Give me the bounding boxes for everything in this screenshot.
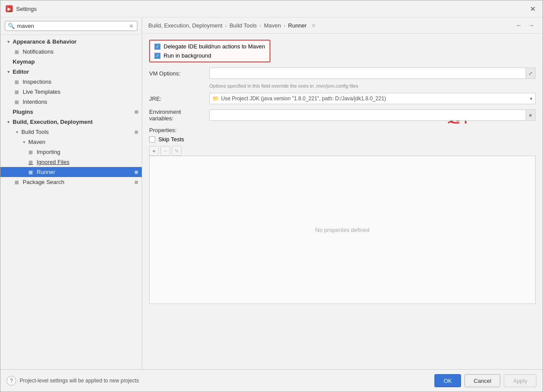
run-background-label: Run in background xyxy=(164,52,211,59)
gear-icon: ◼ xyxy=(14,48,19,55)
breadcrumb-sep-3: › xyxy=(283,22,285,29)
sidebar-item-editor[interactable]: ▾ Editor xyxy=(0,67,142,77)
breadcrumb-sep-2: › xyxy=(260,22,261,29)
close-button[interactable]: ✕ xyxy=(528,4,537,14)
gear-icon: ◼ xyxy=(14,179,19,185)
delegate-checkbox[interactable]: ✓ xyxy=(154,44,161,50)
sidebar-item-label: Notifications xyxy=(23,48,54,55)
apply-button[interactable]: Apply xyxy=(504,374,536,387)
sidebar-item-label: Build, Execution, Deployment xyxy=(13,119,92,125)
env-vars-label: Environment variables: xyxy=(149,109,206,122)
search-clear-button[interactable]: ✕ xyxy=(128,23,134,29)
properties-toolbar: + − ✎ xyxy=(149,146,536,156)
sidebar-item-label: Runner xyxy=(37,169,55,175)
edit-property-button[interactable]: ✎ xyxy=(172,146,181,156)
sidebar-item-label: Inspections xyxy=(23,78,51,85)
cancel-button[interactable]: Cancel xyxy=(464,374,500,387)
sidebar-item-plugins[interactable]: Plugins ◼ xyxy=(0,107,142,117)
run-background-checkbox[interactable]: ✓ xyxy=(154,53,161,59)
expand-icon: ▾ xyxy=(6,69,11,75)
expand-icon: ▾ xyxy=(14,130,20,135)
delegate-highlight-box: ✓ Delegate IDE build/run actions to Mave… xyxy=(149,40,270,62)
sidebar-item-appearance[interactable]: ▾ Appearance & Behavior xyxy=(0,37,142,47)
properties-table: No properties defined xyxy=(149,156,536,304)
sidebar-item-label: Live Templates xyxy=(23,89,60,95)
sidebar-item-label: Keymap xyxy=(13,58,35,65)
sidebar-item-keymap[interactable]: Keymap xyxy=(0,57,142,67)
sidebar-item-ignored-files[interactable]: ◼ Ignored Files xyxy=(0,157,142,167)
gear-badge-2: ◼ xyxy=(134,129,138,135)
settings-dialog: ▶ Settings ✕ 🔍 ✕ ▾ Appearance & Behavior xyxy=(0,0,543,392)
sidebar-item-label: Importing xyxy=(37,149,60,155)
add-property-button[interactable]: + xyxy=(149,146,159,156)
sidebar-item-inspections[interactable]: ◼ Inspections xyxy=(0,77,142,87)
skip-tests-checkbox[interactable] xyxy=(149,136,155,143)
jre-row: JRE: 📁 Use Project JDK (java version "1.… xyxy=(149,93,536,104)
sidebar: 🔍 ✕ ▾ Appearance & Behavior ◼ Notificati… xyxy=(0,17,142,369)
footer-left: ? Project-level settings will be applied… xyxy=(7,376,139,385)
gear-icon: ◼ xyxy=(28,169,33,175)
gear-icon: ◼ xyxy=(28,149,33,155)
expand-icon: ▾ xyxy=(6,39,11,44)
breadcrumb-part-4: Runner xyxy=(288,22,307,29)
env-vars-button[interactable]: ≡ xyxy=(526,110,535,120)
expand-icon xyxy=(6,109,11,115)
footer-buttons: OK Cancel Apply xyxy=(434,374,536,387)
delegate-label: Delegate IDE build/run actions to Maven xyxy=(164,43,265,50)
sidebar-item-runner[interactable]: ◼ Runner ◼ xyxy=(0,167,142,177)
sidebar-item-intentions[interactable]: ◼ Intentions xyxy=(0,97,142,107)
vm-options-row: VM Options: ⤢ xyxy=(149,68,536,79)
sidebar-item-label: Appearance & Behavior xyxy=(13,38,77,45)
sidebar-item-maven[interactable]: ▾ Maven xyxy=(0,137,142,147)
run-background-row: ✓ Run in background xyxy=(154,52,265,59)
sidebar-item-label: Plugins xyxy=(13,109,33,115)
search-input-wrap: 🔍 ✕ xyxy=(5,21,137,31)
sidebar-item-label: Maven xyxy=(28,139,45,145)
sidebar-item-label: Editor xyxy=(13,68,29,75)
properties-section: Properties: Skip Tests + − ✎ No propert xyxy=(149,127,536,304)
sidebar-item-notifications[interactable]: ◼ Notifications xyxy=(0,47,142,57)
sidebar-item-live-templates[interactable]: ◼ Live Templates xyxy=(0,87,142,97)
help-button[interactable]: ? xyxy=(7,376,16,385)
nav-arrows: ← → xyxy=(514,21,536,30)
jre-select[interactable]: 📁 Use Project JDK (java version "1.8.0_2… xyxy=(209,93,536,104)
active-badge: ◼ xyxy=(134,169,138,175)
sidebar-tree: ▾ Appearance & Behavior ◼ Notifications … xyxy=(0,35,142,369)
window-title: Settings xyxy=(16,6,37,12)
no-properties-text: No properties defined xyxy=(315,227,369,233)
footer: ? Project-level settings will be applied… xyxy=(0,369,543,392)
expand-icon xyxy=(6,59,11,65)
sidebar-item-importing[interactable]: ◼ Importing xyxy=(0,147,142,157)
pkg-badge: ◼ xyxy=(134,179,138,185)
expand-icon: ▾ xyxy=(6,119,11,125)
vm-options-expand-btn[interactable]: ⤢ xyxy=(526,68,535,78)
nav-back-button[interactable]: ← xyxy=(514,21,524,30)
vm-options-input[interactable]: ⤢ xyxy=(209,68,536,79)
env-vars-input[interactable]: ≡ xyxy=(209,109,536,121)
jre-dropdown-arrow: ▾ xyxy=(530,96,533,102)
vm-options-label: VM Options: xyxy=(149,70,206,77)
remove-property-button[interactable]: − xyxy=(161,146,170,156)
sidebar-item-label: Package Search xyxy=(23,179,64,185)
gear-badge: ◼ xyxy=(134,109,138,115)
gear-icon: ◼ xyxy=(14,99,19,105)
sidebar-item-package-search[interactable]: ◼ Package Search ◼ xyxy=(0,177,142,187)
skip-tests-label: Skip Tests xyxy=(158,136,184,143)
breadcrumb-icon: ≡ xyxy=(312,22,315,29)
jre-value: Use Project JDK (java version "1.8.0_221… xyxy=(221,95,386,102)
delegate-row: ✓ Delegate IDE build/run actions to Mave… xyxy=(154,43,265,50)
sidebar-item-label: Ignored Files xyxy=(37,159,69,165)
title-bar: ▶ Settings ✕ xyxy=(0,0,543,17)
sidebar-item-label: Build Tools xyxy=(21,129,49,135)
search-icon: 🔍 xyxy=(8,23,15,29)
env-vars-row: Environment variables: ≡ xyxy=(149,109,536,122)
gear-icon: ◼ xyxy=(14,78,19,85)
ok-button[interactable]: OK xyxy=(434,374,461,387)
properties-label: Properties: xyxy=(149,127,536,133)
sidebar-item-build-exec-deploy[interactable]: ▾ Build, Execution, Deployment xyxy=(0,117,142,127)
sidebar-item-build-tools[interactable]: ▾ Build Tools ◼ xyxy=(0,127,142,137)
nav-forward-button[interactable]: → xyxy=(526,21,536,30)
search-input[interactable] xyxy=(17,23,126,29)
folder-icon: 📁 xyxy=(212,95,219,102)
breadcrumb: Build, Execution, Deployment › Build Too… xyxy=(148,22,315,29)
